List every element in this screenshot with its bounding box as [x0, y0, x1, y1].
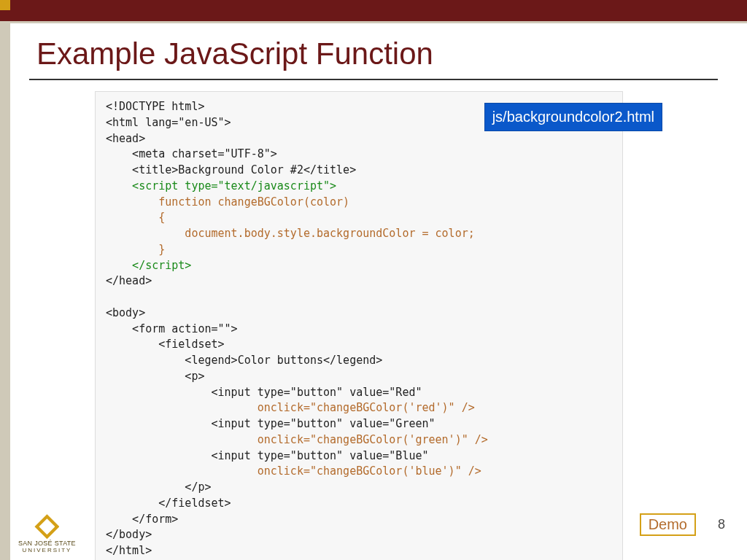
code-line: <script type="text/javascript"> [106, 179, 336, 192]
top-accent-bar [0, 0, 747, 23]
university-logo: SAN JOSÉ STATE UNIVERSITY [18, 514, 76, 554]
code-line: </title> [303, 163, 356, 176]
code-line: onclick="changeBGColor('red')" /> [106, 401, 475, 414]
code-line: <legend> [106, 354, 238, 367]
code-line: </head> [106, 274, 152, 287]
corner-accent [0, 0, 10, 10]
slide-title: Example JavaScript Function [29, 36, 718, 71]
logo-text-line2: UNIVERSITY [18, 548, 76, 554]
code-text-inline: Background Color #2 [178, 163, 303, 176]
code-line: </p> [106, 481, 212, 494]
code-line: <p> [106, 370, 204, 383]
slide-footer: SAN JOSÉ STATE UNIVERSITY Demo 8 [0, 503, 747, 554]
code-line: <head> [106, 132, 145, 145]
logo-icon [34, 514, 59, 539]
code-line: onclick="changeBGColor('green')" /> [106, 433, 488, 446]
demo-button[interactable]: Demo [640, 513, 696, 536]
code-text: <!DOCTYPE html> <html lang="en-US"> <hea… [106, 99, 612, 559]
side-accent [0, 0, 10, 560]
code-line: { [106, 211, 165, 224]
code-line: <input type="button" value="Green" [106, 417, 436, 430]
code-line: document.body.style.backgroundColor = co… [106, 227, 475, 240]
code-line: <input type="button" value="Blue" [106, 449, 429, 462]
code-line: <input type="button" value="Red" [106, 386, 422, 399]
code-line: <fieldset> [106, 338, 225, 351]
code-line: <title> [106, 163, 178, 176]
code-line: function changeBGColor(color) [106, 195, 349, 209]
source-file-label: js/backgroundcolor2.html [484, 103, 662, 131]
code-line: <meta charset="UTF-8"> [106, 147, 277, 160]
code-line: } [106, 243, 165, 256]
slide-content: Example JavaScript Function js/backgroun… [29, 36, 718, 560]
code-line: </legend> [323, 354, 382, 367]
code-line: <form action=""> [106, 322, 238, 335]
code-line: <body> [106, 306, 145, 319]
code-text-inline: Color buttons [238, 354, 323, 367]
code-line: <html lang="en-US"> [106, 116, 231, 129]
code-line: onclick="changeBGColor('blue')" /> [106, 464, 481, 478]
code-line: </script> [106, 259, 191, 272]
code-line: <!DOCTYPE html> [106, 100, 204, 113]
title-divider [29, 79, 718, 80]
code-listing: js/backgroundcolor2.html <!DOCTYPE html>… [95, 91, 623, 560]
page-number: 8 [718, 517, 725, 532]
